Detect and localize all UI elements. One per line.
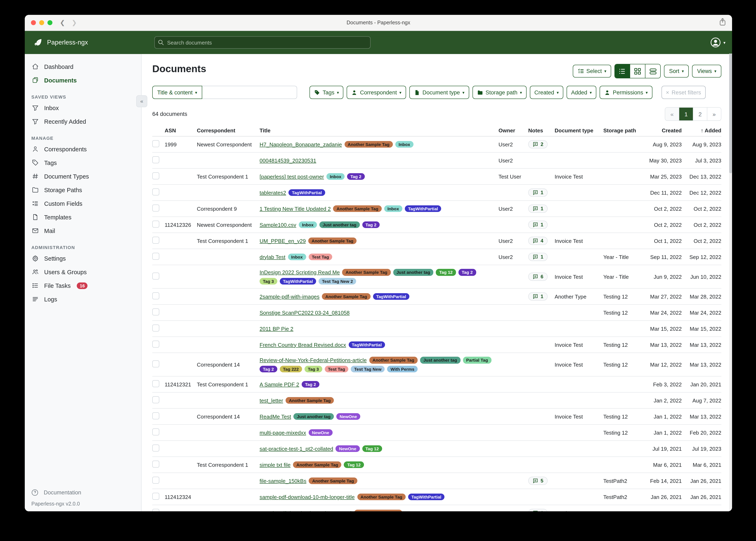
notes-badge[interactable]: 1 (528, 292, 547, 300)
document-link[interactable]: tablerates2 (260, 190, 286, 196)
user-menu[interactable]: ▾ (710, 37, 725, 48)
document-link[interactable]: InDesign 2022 Scripting Read Me (260, 269, 340, 275)
tag-badge[interactable]: Tag 3 (305, 365, 322, 372)
sidebar-item-recently-added[interactable]: Recently Added (25, 115, 141, 128)
sort-button[interactable]: Sort ▾ (664, 65, 689, 78)
header-doctype[interactable]: Document type (555, 127, 603, 134)
cell-doctype[interactable]: Another Type (555, 510, 603, 511)
document-link[interactable]: H7_Napoleon_Bonaparte_zadanie (260, 141, 342, 148)
document-link[interactable]: Review-of-New-York-Federal-Petitions-art… (260, 357, 367, 363)
cell-storage[interactable]: Testing 12 (603, 293, 644, 299)
table-row[interactable]: 0004814539_20230531 User2 May 30, 2023 J… (152, 153, 721, 169)
header-correspondent[interactable]: Correspondent (197, 127, 260, 134)
tag-badge[interactable]: NewOne (336, 413, 360, 420)
document-link[interactable]: sample-pdf-download-10-mb-longer-title (260, 494, 355, 500)
table-row[interactable]: 112412324 sample-pdf-download-10-mb-long… (152, 489, 721, 505)
tag-badge[interactable]: Another Sample Tag (293, 461, 341, 468)
tag-badge[interactable]: NewOne (336, 445, 360, 452)
tag-badge[interactable]: Inbox (288, 254, 306, 261)
table-row[interactable]: French Country Bread Revised.docxTagWith… (152, 337, 721, 353)
cell-storage[interactable]: Testing 12 (603, 342, 644, 348)
share-icon[interactable] (719, 18, 726, 26)
tag-badge[interactable]: Partial Tag (463, 357, 491, 363)
document-link[interactable]: sample-pdf-download-10-mb copy_red (260, 510, 351, 511)
table-row[interactable]: Test Correspondent 1 simple txt fileAnot… (152, 457, 721, 473)
page-1-button[interactable]: 1 (679, 108, 693, 120)
tag-badge[interactable]: Tag 2 (260, 365, 277, 372)
table-row[interactable]: Test Correspondent 1 UM_PPBE_en_v29Anoth… (152, 233, 721, 249)
table-row[interactable]: tablerates2TagWithPartial 1 Dec 11, 2022… (152, 185, 721, 201)
cell-doctype[interactable]: Invoice Test (555, 173, 603, 180)
sidebar-item-documentation[interactable]: Documentation (25, 487, 141, 499)
document-link[interactable]: 2011 BP Pie 2 (260, 325, 293, 332)
tag-badge[interactable]: Tag 2 (362, 222, 380, 228)
document-type-filter-button[interactable]: Document type ▾ (409, 86, 469, 99)
row-checkbox[interactable] (152, 428, 159, 435)
cell-correspondent[interactable]: Test Correspondent 1 (197, 462, 260, 468)
row-checkbox[interactable] (152, 237, 159, 244)
sidebar-item-inbox[interactable]: Inbox (25, 101, 141, 115)
cell-doctype[interactable]: Invoice Test (555, 342, 603, 348)
table-row[interactable]: 2sample-pdf-with-imagesAnother Sample Ta… (152, 288, 721, 305)
sidebar-item-file-tasks[interactable]: File Tasks16 (25, 279, 141, 292)
cell-doctype[interactable]: Another Type (555, 293, 603, 299)
tag-badge[interactable]: TagWithPartial (373, 293, 409, 300)
tag-badge[interactable]: Just another tag (420, 357, 460, 363)
table-row[interactable]: 112412326 Newest Correspondent Sample100… (152, 217, 721, 233)
row-checkbox[interactable] (152, 189, 159, 196)
sidebar-item-storage-paths[interactable]: Storage Paths (25, 183, 141, 197)
tag-badge[interactable]: TagWithPartial (280, 278, 316, 284)
tag-badge[interactable]: Tag 2 (302, 381, 319, 388)
tag-badge[interactable]: Another Sample Tag (309, 477, 357, 484)
view-detail-button[interactable] (645, 64, 660, 78)
row-checkbox[interactable] (152, 205, 159, 212)
row-checkbox[interactable] (152, 221, 159, 228)
notes-badge[interactable]: 6 (528, 272, 547, 281)
row-checkbox[interactable] (152, 140, 159, 147)
tag-badge[interactable]: Another Sample Tag (322, 293, 370, 300)
reset-filters-button[interactable]: × Reset filters (661, 86, 705, 99)
row-checkbox[interactable] (152, 396, 159, 403)
row-checkbox[interactable] (152, 172, 159, 179)
cell-correspondent[interactable]: Test Correspondent 1 (197, 173, 260, 180)
row-checkbox[interactable] (152, 461, 159, 468)
notes-badge[interactable]: 1 (528, 189, 547, 197)
cell-doctype[interactable]: Invoice Test (555, 238, 603, 244)
table-row[interactable]: 1999 Newest Correspondent H7_Napoleon_Bo… (152, 137, 721, 153)
tag-badge[interactable]: Another Sample Tag (286, 397, 334, 404)
header-asn[interactable]: ASN (165, 127, 197, 134)
notes-badge[interactable]: 4 (528, 237, 547, 245)
document-link[interactable]: Sample100.csv (260, 222, 296, 228)
document-link[interactable]: Sonstige ScanPC2022 03-24_081058 (260, 309, 350, 316)
sidebar-item-correspondents[interactable]: Correspondents (25, 142, 141, 156)
zoom-window-button[interactable] (47, 20, 52, 25)
document-link[interactable]: drylab Test (260, 254, 285, 260)
notes-badge[interactable]: 1 (528, 253, 547, 261)
tag-badge[interactable]: Just another tag (393, 269, 433, 275)
sidebar-item-users-groups[interactable]: Users & Groups (25, 265, 141, 279)
tag-badge[interactable]: Tag 2 (458, 269, 476, 275)
tag-badge[interactable]: Test Tag New (351, 365, 385, 372)
scrollbar[interactable] (729, 54, 732, 511)
tag-badge[interactable]: TagWithPartial (348, 341, 385, 348)
notes-badge[interactable]: 5 (528, 477, 547, 485)
tag-badge[interactable]: Another Sample Tag (308, 238, 357, 244)
sidebar-item-custom-fields[interactable]: Custom Fields (25, 197, 141, 210)
tag-badge[interactable]: Another Sample Tag (344, 141, 393, 148)
cell-correspondent[interactable]: Correspondent 14 (197, 361, 260, 368)
sidebar-item-document-types[interactable]: Document Types (25, 170, 141, 183)
cell-storage[interactable]: Year - Title (603, 273, 644, 280)
sidebar-collapse-button[interactable]: « (136, 95, 147, 107)
table-row[interactable]: Sonstige ScanPC2022 03-24_081058 Testing… (152, 305, 721, 321)
notes-badge[interactable]: 2 (528, 140, 547, 149)
sidebar-item-dashboard[interactable]: Dashboard (25, 60, 141, 73)
document-link[interactable]: 2sample-pdf-with-images (260, 293, 319, 299)
cell-storage[interactable]: Testing 12 (603, 361, 644, 368)
cell-storage[interactable]: Testing 12 (603, 413, 644, 419)
tag-badge[interactable]: Tag 12 (362, 445, 382, 452)
row-checkbox[interactable] (152, 493, 159, 500)
document-link[interactable]: [paperless] test post-owner (260, 173, 324, 180)
cell-doctype[interactable]: Invoice Test (555, 273, 603, 280)
row-checkbox[interactable] (152, 156, 159, 163)
table-row[interactable]: InDesign 2022 Scripting Read MeAnother S… (152, 265, 721, 288)
